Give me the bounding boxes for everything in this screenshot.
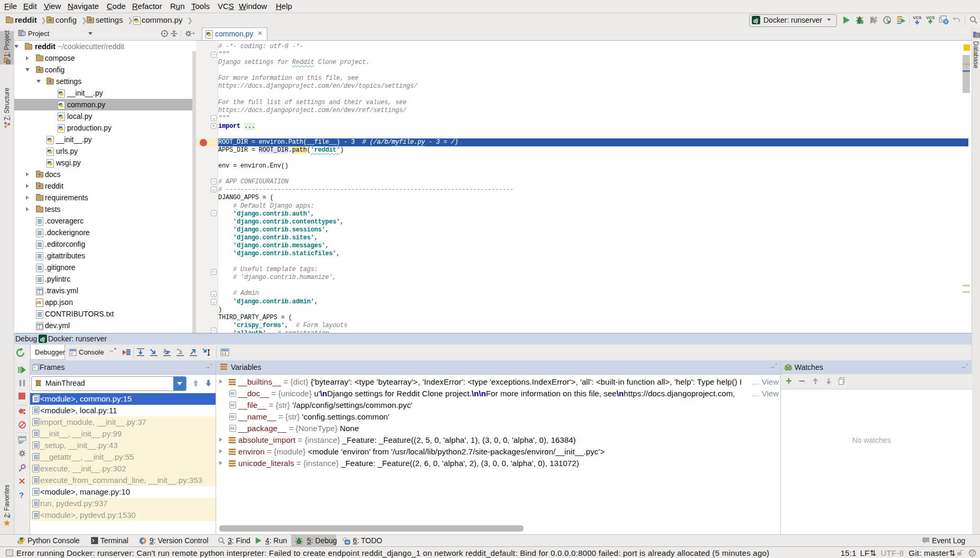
svg-text:VCS: VCS xyxy=(926,15,935,20)
svg-text:VCS: VCS xyxy=(913,15,922,20)
